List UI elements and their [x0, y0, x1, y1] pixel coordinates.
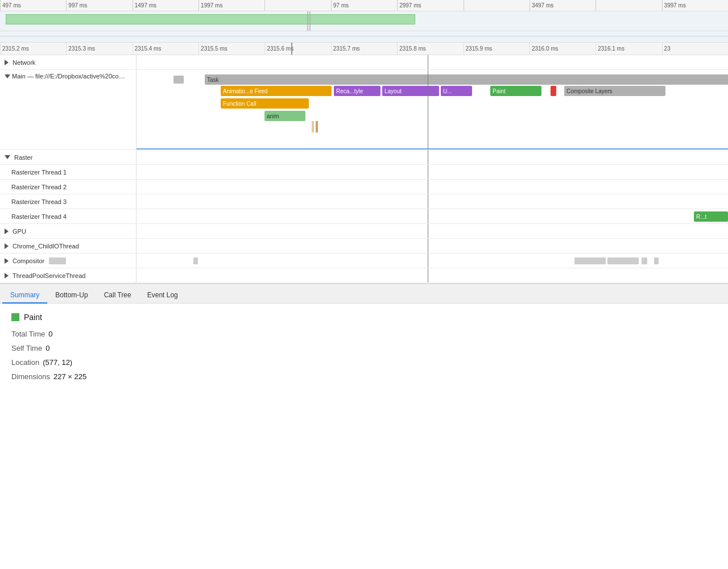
- childio-label-text: Chrome_ChildIOThread: [13, 243, 79, 250]
- main-expand-icon[interactable]: [5, 74, 10, 78]
- detail-ruler: 2315.2 ms 2315.3 ms 2315.4 ms 2315.5 ms …: [0, 43, 728, 55]
- task-block-anim-fired[interactable]: Animatio...e Fired: [221, 86, 332, 96]
- rasterizer-thread-2-track[interactable]: Rasterizer Thread 2: [0, 180, 728, 194]
- main-track-label[interactable]: Main — file:///E:/Dropbox/active%20codes…: [0, 70, 136, 149]
- childio-content: [136, 239, 728, 253]
- overview-cursor-2: [309, 11, 311, 31]
- tab-event-log[interactable]: Event Log: [139, 288, 186, 304]
- total-time-label: Total Time: [11, 330, 45, 338]
- compositor-expand-icon[interactable]: [5, 258, 9, 264]
- compositor-track[interactable]: Compositor: [0, 254, 728, 268]
- childio-track[interactable]: Chrome_ChildIOThread: [0, 239, 728, 254]
- main-label-text: Main — file:///E:/Dropbox/active%20codes…: [12, 73, 126, 80]
- rasterizer-4-label: Rasterizer Thread 4: [0, 209, 136, 223]
- network-track[interactable]: Network: [0, 55, 728, 70]
- bottom-tabs-bar: Summary Bottom-Up Call Tree Event Log: [0, 283, 728, 304]
- tick-2: 997 ms: [66, 0, 132, 11]
- gpu-expand-icon[interactable]: [5, 229, 9, 234]
- network-track-content: [136, 55, 728, 69]
- task-block-task[interactable]: Task: [205, 74, 728, 85]
- tick-9: 3497 ms: [530, 0, 595, 11]
- threadpool-cursor: [428, 268, 428, 283]
- rt3-cursor: [428, 194, 428, 209]
- raster-label[interactable]: Raster: [0, 150, 136, 164]
- main-track-content: Task Animatio...e Fired Reca...tyle Layo…: [136, 70, 728, 149]
- network-label-text: Network: [13, 59, 35, 66]
- compositor-label[interactable]: Compositor: [0, 254, 136, 268]
- compositor-block-2: [574, 257, 606, 264]
- compositor-content: [136, 254, 728, 268]
- rasterizer-4-block: R...t: [694, 211, 728, 222]
- minimap: [0, 31, 728, 43]
- tick-10: [595, 0, 661, 11]
- tick-1: 497 ms: [0, 0, 66, 11]
- rasterizer-1-label: Rasterizer Thread 1: [0, 165, 136, 179]
- rasterizer-1-content: [136, 165, 728, 179]
- rasterizer-2-content: [136, 180, 728, 194]
- task-block-layout[interactable]: Layout: [382, 86, 439, 96]
- rasterizer-4-text: Rasterizer Thread 4: [11, 213, 67, 220]
- tab-bottom-up[interactable]: Bottom-Up: [47, 288, 96, 304]
- task-block-paint[interactable]: Paint: [490, 86, 541, 96]
- minimap-line: [0, 36, 728, 36]
- gpu-label-text: GPU: [13, 228, 26, 235]
- marker-1: [312, 121, 314, 132]
- threadpool-expand-icon[interactable]: [5, 273, 9, 279]
- summary-total-time: Total Time 0: [11, 330, 717, 338]
- gpu-label[interactable]: GPU: [0, 224, 136, 238]
- compositor-small-block: [49, 257, 66, 264]
- threadpool-content: [136, 268, 728, 283]
- raster-track[interactable]: Raster: [0, 150, 728, 165]
- detail-tick-3: 2315.4 ms: [133, 43, 198, 55]
- rasterizer-1-text: Rasterizer Thread 1: [11, 169, 67, 176]
- tick-7: 2997 ms: [397, 0, 463, 11]
- childio-cursor: [428, 239, 428, 253]
- tab-summary[interactable]: Summary: [2, 288, 47, 304]
- raster-expand-icon[interactable]: [5, 155, 10, 159]
- rasterizer-4-content: R...t: [136, 209, 728, 223]
- self-time-value: 0: [46, 344, 49, 352]
- rasterizer-thread-3-track[interactable]: Rasterizer Thread 3: [0, 194, 728, 209]
- tick-3: 1497 ms: [133, 0, 198, 11]
- detail-cursor: [291, 43, 292, 55]
- compositor-cursor: [428, 254, 428, 268]
- task-block-function-call[interactable]: Function Call: [221, 98, 309, 109]
- detail-tick-11: 23: [662, 43, 728, 55]
- childio-label[interactable]: Chrome_ChildIOThread: [0, 239, 136, 253]
- tab-call-tree[interactable]: Call Tree: [96, 288, 139, 304]
- detail-tick-7: 2315.8 ms: [397, 43, 463, 55]
- raster-label-text: Raster: [14, 154, 32, 161]
- overview-green-bar: [6, 14, 415, 24]
- childio-expand-icon[interactable]: [5, 243, 9, 249]
- task-block-u[interactable]: U...: [441, 86, 472, 96]
- compositor-label-text: Compositor: [13, 257, 44, 264]
- self-time-label: Self Time: [11, 344, 42, 352]
- overview-bar[interactable]: [0, 11, 728, 31]
- rasterizer-3-label: Rasterizer Thread 3: [0, 194, 136, 209]
- detail-tick-8: 2315.9 ms: [464, 43, 530, 55]
- rasterizer-thread-4-track[interactable]: Rasterizer Thread 4 R...t: [0, 209, 728, 224]
- detail-tick-5: 2315.6 ms: [264, 43, 330, 55]
- main-track[interactable]: Main — file:///E:/Dropbox/active%20codes…: [0, 70, 728, 150]
- network-track-label[interactable]: Network: [0, 55, 136, 69]
- compositor-block-4: [642, 257, 647, 264]
- task-block-red: [551, 86, 556, 96]
- task-block-composite[interactable]: Composite Layers: [564, 86, 665, 96]
- task-block-recalc-style[interactable]: Reca...tyle: [334, 86, 380, 96]
- summary-color-indicator: [11, 313, 19, 321]
- compositor-block-3: [607, 257, 639, 264]
- rasterizer-2-text: Rasterizer Thread 2: [11, 184, 67, 190]
- network-expand-icon[interactable]: [5, 60, 9, 65]
- threadpool-track[interactable]: ThreadPoolServiceThread: [0, 268, 728, 283]
- task-block-anim[interactable]: anim: [264, 111, 305, 121]
- gpu-track[interactable]: GPU: [0, 224, 728, 239]
- tick-5: [264, 0, 330, 11]
- main-bottom-line: [136, 148, 728, 149]
- dimensions-value: 227 × 225: [53, 372, 86, 381]
- detail-tick-1: 2315.2 ms: [0, 43, 66, 55]
- small-gray-block: [173, 76, 184, 84]
- location-label: Location: [11, 358, 39, 367]
- threadpool-label[interactable]: ThreadPoolServiceThread: [0, 268, 136, 283]
- detail-tick-9: 2316.0 ms: [530, 43, 595, 55]
- rasterizer-thread-1-track[interactable]: Rasterizer Thread 1: [0, 165, 728, 180]
